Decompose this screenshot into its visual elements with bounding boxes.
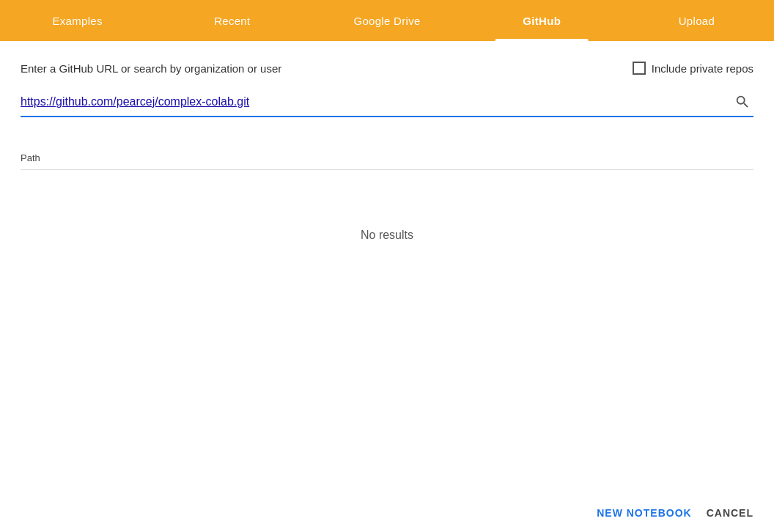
private-repos-option[interactable]: Include private repos [633,62,753,75]
search-icon [734,94,751,110]
no-results-message: No results [21,229,753,242]
tab-github[interactable]: GitHub [465,0,619,41]
main-content: Enter a GitHub URL or search by organiza… [0,41,774,242]
top-row: Enter a GitHub URL or search by organiza… [21,62,753,75]
description-text: Enter a GitHub URL or search by organiza… [21,62,281,75]
cancel-button[interactable]: CANCEL [707,507,753,519]
url-input-row [21,91,753,117]
private-repos-checkbox[interactable] [633,62,646,75]
tab-recent[interactable]: Recent [155,0,309,41]
tab-bar: Examples Recent Google Drive GitHub Uplo… [0,0,774,41]
search-button[interactable] [731,91,753,113]
github-url-input[interactable] [21,92,731,111]
new-notebook-button[interactable]: NEW NOTEBOOK [597,507,691,519]
path-column-header: Path [21,147,753,170]
tab-upload[interactable]: Upload [619,0,774,41]
tab-examples[interactable]: Examples [0,0,155,41]
results-table: Path [21,147,753,170]
private-repos-label: Include private repos [652,62,753,75]
tab-google-drive[interactable]: Google Drive [309,0,464,41]
footer: NEW NOTEBOOK CANCEL [0,494,774,532]
